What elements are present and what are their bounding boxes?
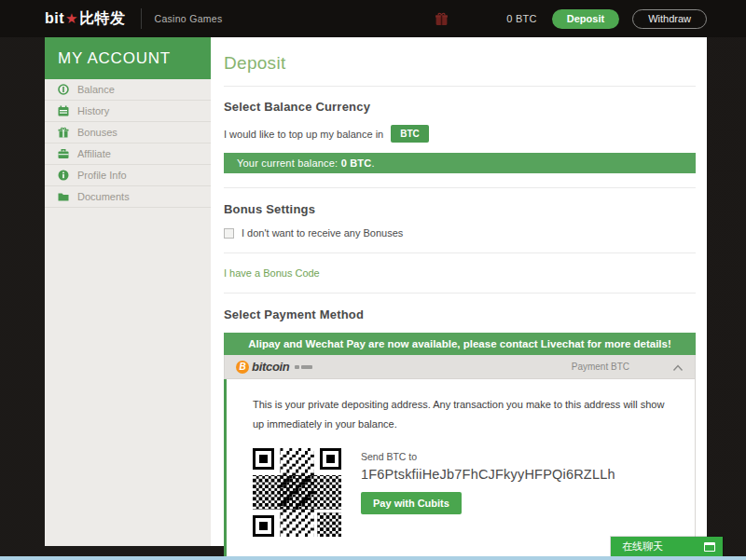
currency-btc-button[interactable]: BTC: [391, 125, 429, 143]
topbar-divider: [141, 8, 142, 29]
sidebar-item-label: Affiliate: [77, 148, 111, 159]
sidebar-item-label: Balance: [77, 84, 115, 95]
sidebar-item-label: Bonuses: [77, 127, 117, 138]
sidebar-item-profile-info[interactable]: Profile Info: [45, 165, 211, 186]
section-divider: [224, 293, 696, 294]
heading-select-payment-method: Select Payment Method: [224, 307, 696, 321]
withdraw-button[interactable]: Withdraw: [632, 9, 707, 29]
sidebar: MY ACCOUNT Balance History Bonuses Affil…: [45, 37, 211, 546]
calendar-icon: [58, 105, 69, 116]
coin-icon: [58, 84, 69, 95]
sidebar-item-documents[interactable]: Documents: [45, 186, 211, 208]
page-title: Deposit: [224, 47, 696, 87]
send-btc-label: Send BTC to: [361, 451, 615, 462]
section-divider: [224, 253, 696, 253]
balance-bar-value: 0 BTC: [341, 157, 372, 169]
chevron-up-icon[interactable]: [672, 359, 684, 376]
bitcoin-logo-text: bitcoin: [252, 360, 290, 374]
bonus-code-link[interactable]: I have a Bonus Code: [224, 267, 696, 279]
sidebar-item-label: History: [77, 105, 109, 116]
sidebar-title: MY ACCOUNT: [45, 37, 211, 79]
balance-bar-label: Your current balance:: [237, 157, 341, 169]
star-icon: ★: [65, 10, 78, 27]
sidebar-item-bonuses[interactable]: Bonuses: [45, 122, 211, 143]
info-icon: [58, 170, 69, 181]
alipay-wechat-banner: Alipay and Wechat Pay are now available,…: [224, 333, 696, 355]
payment-accordion-header[interactable]: B bitcoin Payment BTC: [224, 355, 696, 379]
balance-bar-suffix: .: [371, 157, 374, 169]
btc-address: 1F6PtskfiiHeJb7FhCJFkyyHFPQi6RZLLh: [361, 467, 615, 482]
section-divider: [224, 187, 696, 188]
sidebar-item-affiliate[interactable]: Affiliate: [45, 143, 211, 165]
pay-with-cubits-button[interactable]: Pay with Cubits: [361, 492, 462, 514]
sidebar-item-history[interactable]: History: [45, 101, 211, 122]
main-content: Deposit Select Balance Currency I would …: [211, 37, 707, 546]
bottom-scrollbar[interactable]: [0, 556, 746, 560]
nav-casino-games[interactable]: Casino Games: [155, 13, 223, 24]
folder-icon: [58, 191, 69, 202]
logo-text: bit: [45, 10, 64, 27]
chat-window-icon: [704, 542, 715, 552]
bitcoin-coin-icon: B: [236, 361, 249, 374]
briefcase-icon: [58, 148, 69, 159]
account-balance: 0 BTC: [506, 13, 537, 24]
payment-accordion-body: This is your private depositing address.…: [224, 379, 696, 558]
account-panel: MY ACCOUNT Balance History Bonuses Affil…: [45, 37, 707, 546]
gift-icon: [58, 127, 69, 138]
topup-text: I would like to top up my balance in: [224, 129, 383, 140]
sidebar-item-label: Documents: [77, 191, 130, 202]
promo-gift-icon[interactable]: [435, 12, 449, 26]
qr-code: [253, 448, 341, 537]
livechat-button[interactable]: 在线聊天: [611, 537, 723, 556]
deposit-description: This is your private depositing address.…: [253, 395, 669, 435]
livechat-label: 在线聊天: [622, 540, 663, 553]
bitcoin-logo: B bitcoin: [236, 360, 312, 374]
heading-select-balance-currency: Select Balance Currency: [224, 100, 696, 114]
no-bonuses-label: I don't want to receive any Bonuses: [242, 227, 403, 239]
top-bar: bit★比特发 Casino Games 0 BTC Deposit Withd…: [0, 0, 746, 37]
provider-badge: [295, 365, 312, 369]
payment-type-label: Payment BTC: [572, 362, 629, 372]
no-bonuses-checkbox[interactable]: [224, 228, 234, 239]
current-balance-bar: Your current balance: 0 BTC.: [224, 153, 696, 173]
sidebar-item-balance[interactable]: Balance: [45, 79, 211, 101]
heading-bonus-settings: Bonus Settings: [224, 202, 696, 216]
logo-cn-text: 比特发: [79, 9, 126, 29]
site-logo[interactable]: bit★比特发: [45, 9, 126, 29]
deposit-button[interactable]: Deposit: [552, 9, 619, 29]
sidebar-item-label: Profile Info: [77, 170, 127, 181]
